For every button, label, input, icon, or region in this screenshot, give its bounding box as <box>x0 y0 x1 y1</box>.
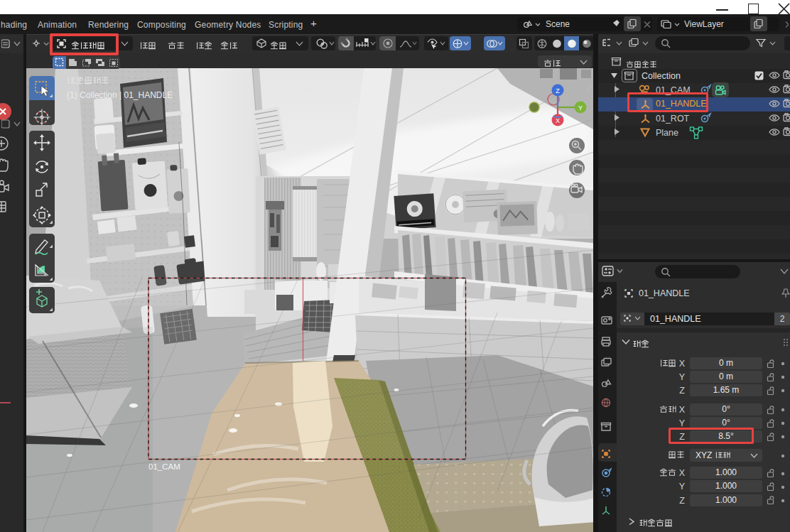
svg-text:Y: Y <box>578 104 583 112</box>
svg-text:X: X <box>556 117 560 124</box>
svg-text:(1) Collection | 01_HANDLE: (1) Collection | 01_HANDLE <box>67 90 173 100</box>
svg-text:Z: Z <box>556 87 560 94</box>
svg-text:01_CAM: 01_CAM <box>148 462 180 471</box>
